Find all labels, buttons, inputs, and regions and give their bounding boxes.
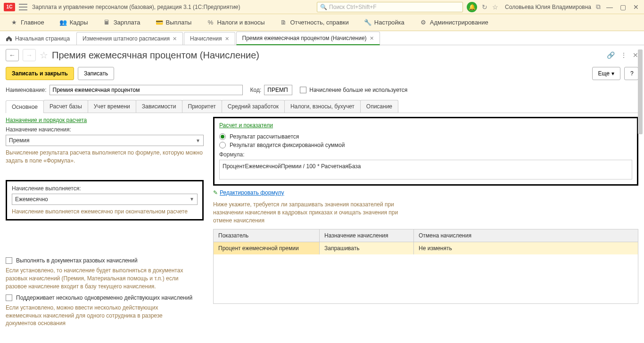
filter-icon[interactable]: ⧉ [596,3,601,11]
cb1-hint: Если установлено, то начисление будет вы… [6,267,185,290]
subtab-desc[interactable]: Описание [360,100,398,113]
radio-fixed[interactable]: Результат вводится фиксированной суммой [219,142,632,148]
content: Назначение и порядок расчета Назначение … [0,113,644,331]
code-input[interactable] [264,85,292,95]
formula-label: Формула: [219,151,632,158]
user-name[interactable]: Соловьева Юлия Владимировна [505,4,591,10]
purpose-label: Назначение начисления: [6,126,204,133]
close-icon[interactable]: ✕ [173,36,177,42]
edit-formula-row: ✎ Редактировать формулу [213,189,638,196]
wrench-icon: 🔧 [364,19,372,26]
menu-reports[interactable]: 🗎Отчетность, справки [273,16,355,29]
app-title: Зарплата и управление персоналом (базова… [32,4,240,10]
td-cancel: Не изменять [414,242,638,254]
one-time-docs-checkbox[interactable] [6,257,12,264]
td-indicator: Процент ежемесячной премии [214,242,320,254]
more-button[interactable]: Еще▾ [592,67,620,80]
scrollbar[interactable] [637,49,643,331]
subtab-avg[interactable]: Средний заработок [222,100,285,113]
table-header: Показатель Назначение начисления Отмена … [214,229,638,242]
chevron-down-icon: ▾ [611,70,614,77]
indicators-table: Показатель Назначение начисления Отмена … [213,229,638,304]
global-search[interactable]: 🔍 Поиск Ctrl+Shift+F [317,2,463,12]
menu-salary[interactable]: 🖩Зарплата [97,16,147,29]
radio-icon [219,142,226,148]
menu-admin[interactable]: ⚙Администрирование [413,16,495,29]
subtab-priority[interactable]: Приоритет [182,100,222,113]
edit-formula-link[interactable]: Редактировать формулу [220,189,284,196]
header-fields: Наименование: Код: Начисление больше не … [0,82,644,98]
table-row[interactable]: Процент ежемесячной премии Запрашивать Н… [214,242,638,254]
back-button[interactable]: ← [6,49,19,61]
left-column: Назначение и порядок расчета Назначение … [6,117,204,327]
gear-icon: ⚙ [420,19,427,26]
history-icon[interactable]: ↻ [482,3,487,11]
scroll-thumb[interactable] [638,49,643,134]
cb1-row: Выполнять в документах разовых начислени… [6,257,204,264]
close-icon[interactable]: ✕ [370,35,374,41]
close-button[interactable]: ✕ [632,3,640,11]
menu-icon[interactable] [19,4,27,10]
page-title: Премия ежемесячная процентом (Начисление… [52,50,259,61]
sub-tabs: Основное Расчет базы Учет времени Зависи… [6,100,638,113]
cb2-row: Поддерживает несколько одновременно дейс… [6,294,204,301]
subtab-tax[interactable]: Налоги, взносы, бухучет [284,100,361,113]
radio-calc[interactable]: Результат рассчитывается [219,133,632,140]
title-icons: 🔔 ↻ ☆ Соловьева Юлия Владимировна ⧉ — ▢ … [467,2,640,12]
tab-home[interactable]: Начальная страница [4,33,75,45]
people-icon: 👥 [59,19,67,26]
formula-field[interactable]: ПроцентЕжемесячнойПремии / 100 * Расчетн… [219,160,632,180]
purpose-select[interactable]: Премия ▼ [6,135,204,146]
link-icon[interactable]: 🔗 [607,51,615,59]
multiple-checkbox[interactable] [6,294,12,301]
kebab-icon[interactable]: ⋮ [620,51,627,59]
right-column: Расчет и показатели Результат рассчитыва… [213,117,638,327]
subtab-time[interactable]: Учет времени [88,100,136,113]
cb2-hint: Если установлено, можно ввести несколько… [6,304,185,327]
subtab-main[interactable]: Основное [6,100,44,113]
bell-icon[interactable]: 🔔 [467,2,477,12]
th-indicator: Показатель [214,229,320,242]
close-icon[interactable]: ✕ [225,36,229,42]
menu-main[interactable]: ★Главное [4,16,51,29]
table-body: Процент ежемесячной премии Запрашивать Н… [214,242,638,303]
not-used-checkbox[interactable] [300,87,306,93]
favorite-icon[interactable]: ☆ [40,49,48,61]
minimize-button[interactable]: — [605,3,614,11]
help-button[interactable]: ? [624,67,638,80]
tab-accruals[interactable]: Начисления✕ [184,32,235,45]
doc-icon: 🗎 [280,19,288,26]
purpose-hint: Вычисление результата расчета выполняетс… [6,149,204,165]
menu-payments[interactable]: 💳Выплаты [149,16,198,29]
name-label: Наименование: [6,87,47,93]
subtab-base[interactable]: Расчет базы [43,100,88,113]
calc-section[interactable]: Расчет и показатели [219,122,273,129]
tab-bonus[interactable]: Премия ежемесячная процентом (Начисление… [236,32,380,45]
maximize-button[interactable]: ▢ [619,3,627,11]
menu-personnel[interactable]: 👥Кадры [53,16,95,29]
percent-icon: % [206,19,214,26]
name-input[interactable] [50,85,243,95]
th-assign: Назначение начисления [320,229,414,242]
star-icon: ★ [10,19,18,26]
logo-1c: 1C [4,3,15,11]
save-button[interactable]: Записать [78,67,114,80]
radio-icon [219,133,226,140]
freq-hint: Начисление выполняется ежемесячно при ок… [12,208,198,216]
th-cancel: Отмена начисления [414,229,638,242]
star-icon[interactable]: ☆ [492,3,498,11]
tab-staffing[interactable]: Изменения штатного расписания✕ [76,32,183,45]
forward-button[interactable]: → [23,49,36,61]
subtab-deps[interactable]: Зависимости [136,100,182,113]
titlebar: 1C Зарплата и управление персоналом (баз… [0,0,644,14]
search-icon: 🔍 [320,4,327,10]
save-close-button[interactable]: Записать и закрыть [6,67,74,80]
purpose-section[interactable]: Назначение и порядок расчета [6,117,87,123]
menu-settings[interactable]: 🔧Настройка [357,16,411,29]
calc-box: Расчет и показатели Результат рассчитыва… [213,117,638,186]
not-used-label: Начисление больше не используется [309,87,407,93]
freq-select[interactable]: Ежемесячно ▼ [12,194,198,205]
calc-icon: 🖩 [103,19,111,26]
code-label: Код: [250,87,262,93]
menu-taxes[interactable]: %Налоги и взносы [200,16,271,29]
